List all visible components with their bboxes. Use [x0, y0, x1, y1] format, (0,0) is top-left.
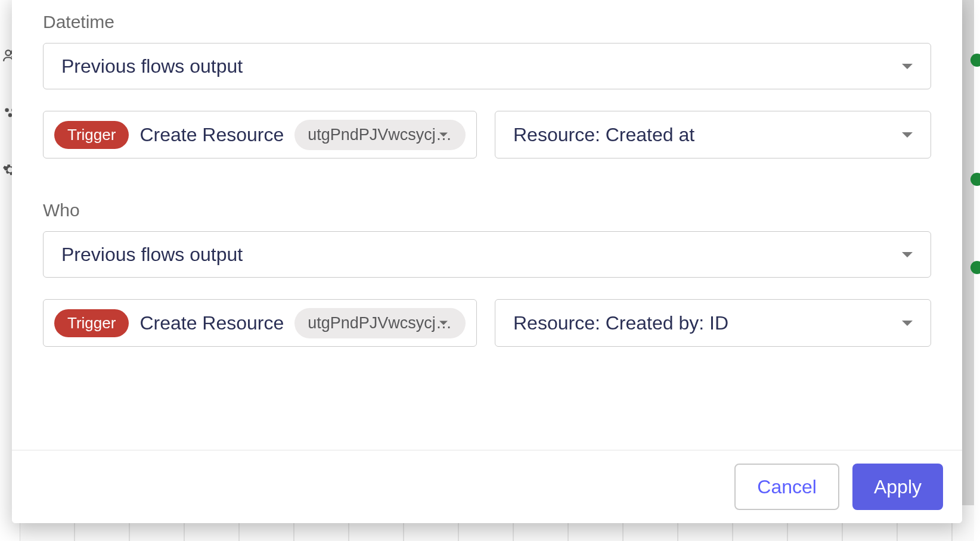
chevron-down-icon	[902, 252, 913, 257]
trigger-title: Create Resource	[139, 124, 284, 146]
svg-point-4	[8, 113, 12, 117]
section-label-who: Who	[43, 200, 931, 220]
select-value: Resource: Created by: ID	[513, 312, 728, 334]
modal-body: Datetime Previous flows output Trigger C…	[12, 0, 962, 450]
datetime-resource-select[interactable]: Resource: Created at	[495, 111, 931, 158]
chevron-down-icon	[439, 133, 448, 137]
apply-button[interactable]: Apply	[852, 464, 943, 510]
trigger-badge: Trigger	[54, 309, 129, 337]
cancel-button[interactable]: Cancel	[734, 464, 839, 510]
chevron-down-icon	[439, 321, 448, 325]
trigger-id-pill: utgPndPJVwcsycj65CsY…	[294, 308, 466, 338]
svg-point-2	[5, 108, 8, 112]
section-label-datetime: Datetime	[43, 12, 931, 32]
who-trigger-chip[interactable]: Trigger Create Resource utgPndPJVwcsycj6…	[43, 299, 477, 347]
who-source-select[interactable]: Previous flows output	[43, 231, 931, 278]
select-value: Resource: Created at	[513, 124, 694, 146]
status-dot	[970, 54, 980, 67]
select-value: Previous flows output	[61, 55, 243, 77]
config-modal: Datetime Previous flows output Trigger C…	[12, 0, 962, 523]
modal-footer: Cancel Apply	[12, 450, 962, 523]
background-right-strip	[974, 0, 980, 541]
datetime-trigger-chip[interactable]: Trigger Create Resource utgPndPJVwcsycj6…	[43, 111, 477, 158]
section-datetime: Datetime Previous flows output Trigger C…	[43, 12, 931, 158]
trigger-id-pill: utgPndPJVwcsycj65CsY…	[294, 120, 466, 150]
section-who: Who Previous flows output Trigger Create…	[43, 200, 931, 347]
who-mapping-row: Trigger Create Resource utgPndPJVwcsycj6…	[43, 299, 931, 347]
trigger-badge: Trigger	[54, 121, 129, 149]
svg-point-0	[5, 50, 11, 55]
status-dot	[970, 261, 980, 274]
chevron-down-icon	[902, 64, 913, 69]
select-value: Previous flows output	[61, 244, 243, 266]
trigger-title: Create Resource	[139, 312, 284, 334]
datetime-source-select[interactable]: Previous flows output	[43, 43, 931, 89]
chevron-down-icon	[902, 132, 913, 138]
who-resource-select[interactable]: Resource: Created by: ID	[495, 299, 931, 347]
status-dot	[970, 173, 980, 186]
datetime-mapping-row: Trigger Create Resource utgPndPJVwcsycj6…	[43, 111, 931, 158]
chevron-down-icon	[902, 321, 913, 326]
